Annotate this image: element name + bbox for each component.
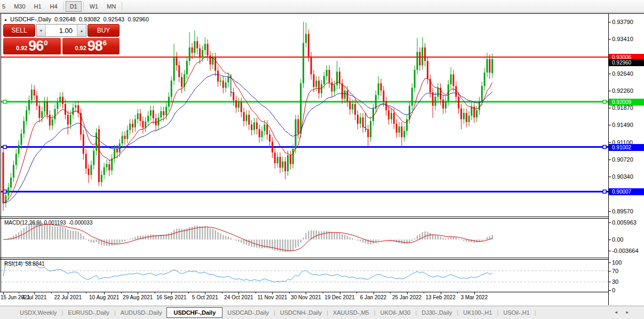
rsi-bottom-border [0,292,609,292]
price-tick-mark [609,160,611,160]
macd-value-1: 0.001193 [44,220,66,226]
chart-tab-xauusd-m5[interactable]: XAUUSD-,M5 [328,308,374,317]
sell-price-box[interactable]: 0.92 96 0 [3,38,61,54]
price-tick-mark [609,211,611,212]
sell-button[interactable]: SELL [3,24,35,37]
chart-tab-usdcnh-daily[interactable]: USDCNH-,Daily [275,308,327,317]
date-minor-tick [155,292,155,293]
macd-tick-label: 0.00 [612,236,623,243]
buy-button[interactable]: BUY [88,24,120,37]
chart-tab-usoil-h1[interactable]: USOil-,H1 [498,308,535,317]
level-price-label: 0.90007 [609,188,644,195]
macd-tick-label: 0.005963 [612,219,637,226]
rsi-tick-label: 100 [612,259,622,266]
macd-bottom-border [0,258,609,258]
buy-price-prefix: 0.92 [75,45,86,51]
date-tick-label: 24 Oct 2021 [221,294,256,300]
timeframe-button-H4[interactable]: H4 [46,1,62,12]
volume-increase-icon[interactable]: ▲ [77,25,86,36]
price-tick-label: 0.92260 [612,87,633,94]
macd-tick-label: -0.003664 [612,248,639,254]
date-tick-label: 4 Jul 2021 [17,294,51,300]
chart-tab-usdx-weekly[interactable]: USDX,Weekly [15,308,61,317]
timeframe-toolbar: 5M30H1H4D1W1MN [0,0,644,13]
date-minor-tick [390,292,391,293]
date-tick-label: 16 Sep 2021 [154,294,188,300]
price-tick-label: 0.92640 [612,70,633,77]
timeframe-button-M30[interactable]: M30 [10,1,29,12]
price-tick-label: 0.93410 [612,36,633,42]
ohlc-open: 0.92648 [54,16,76,22]
one-click-trading-panel: SELL ▼ 1.00 ▲ BUY 0.92 96 0 0.92 98 6 [3,24,120,54]
date-tick-label: 3 Mar 2022 [457,294,491,300]
price-tick-mark [609,142,611,143]
date-tick-label: 11 Nov 2021 [255,294,289,300]
chart-tab-usdcad-daily[interactable]: USDCAD-,Daily [222,308,274,317]
date-tick-label: 29 Aug 2021 [121,294,155,300]
chart-tab-uk100-h1[interactable]: UK100-,H1 [458,308,497,317]
macd-tick-mark [609,240,611,240]
macd-name: MACD(12,26,9) [4,220,41,226]
price-tick-mark [609,74,611,74]
chart-tab-usdchf-daily[interactable]: USDCHF-,Daily [166,307,222,318]
date-minor-tick [51,292,52,293]
window-top-border [0,13,644,14]
chart-tab-audusd-daily[interactable]: AUDUSD-,Daily [116,308,167,317]
date-tick-label: 30 Nov 2021 [289,294,323,300]
rsi-name: RSI(14) [4,261,22,267]
toolbar-separator [122,2,122,11]
date-tick-label: 6 Jan 2022 [356,294,391,300]
macd-tick-mark [609,222,611,223]
price-tick-label: 0.93790 [612,19,633,25]
date-minor-tick [19,292,19,293]
date-minor-tick [188,292,189,293]
date-minor-tick [289,292,290,293]
rsi-tick-mark [609,271,611,272]
rsi-indicator-chart[interactable] [1,260,608,292]
price-tick-label: 0.90340 [612,173,633,180]
price-tick-mark [609,108,611,108]
rsi-label: RSI(14) 58.8841 [4,261,45,267]
date-tick-label: 10 Aug 2021 [87,294,121,300]
date-minor-tick [323,292,323,293]
collapse-arrow-icon[interactable]: ▲ [4,18,7,21]
price-tick-mark [609,39,611,39]
macd-value-2: -0.000033 [68,220,92,226]
price-tick-mark [609,91,611,91]
rsi-tick-mark [609,290,611,291]
sell-price-big: 96 [28,39,43,53]
timeframe-button-5[interactable]: 5 [0,1,10,12]
ohlc-high: 0.93082 [79,16,100,22]
timeframe-button-H1[interactable]: H1 [30,1,46,12]
chart-ohlc-line: ▲ USDCHF-,Daily 0.92648 0.93082 0.92543 … [4,16,149,22]
rsi-value: 58.8841 [25,261,44,267]
chart-tab-ukoil-m30[interactable]: UKOil-,M30 [376,308,416,317]
chart-tab-bar: USDX,Weekly|EURUSD-,Daily|AUDUSD-,DailyU… [0,306,644,319]
timeframe-button-W1[interactable]: W1 [85,1,103,12]
price-tick-label: 0.91870 [612,105,633,111]
chart-tab-eurusd-daily[interactable]: EURUSD-,Daily [63,308,114,317]
tab-scroll-arrows[interactable]: ◂ ▸ [615,309,632,315]
price-tick-mark [609,125,611,125]
chart-symbol-title: USDCHF-,Daily [10,16,51,22]
timeframe-button-D1[interactable]: D1 [66,1,82,12]
ohlc-low: 0.92543 [103,16,124,22]
timeframe-button-MN[interactable]: MN [102,1,120,12]
trading-terminal-screen: 5M30H1H4D1W1MN ▲ USDCHF-,Daily 0.92648 0… [0,0,644,319]
volume-decrease-icon[interactable]: ▼ [37,25,46,36]
date-tick-label: 19 Dec 2021 [323,294,357,300]
main-bottom-border [0,217,609,217]
level-price-label: 0.91002 [609,144,644,151]
date-minor-tick [222,292,222,293]
macd-tick-mark [609,251,611,251]
date-minor-tick [356,292,357,293]
buy-price-big: 98 [88,39,102,53]
date-minor-tick [121,292,122,293]
buy-price-pip: 6 [103,39,107,47]
sell-price-prefix: 0.92 [16,45,27,51]
rsi-tick-label: 30 [612,278,618,285]
buy-price-box[interactable]: 0.92 98 6 [62,38,120,54]
volume-field[interactable]: 1.00 [46,25,77,36]
chart-tab-dj30-daily[interactable]: DJ30-,Daily [417,308,457,317]
rsi-tick-label: 70 [612,268,618,274]
